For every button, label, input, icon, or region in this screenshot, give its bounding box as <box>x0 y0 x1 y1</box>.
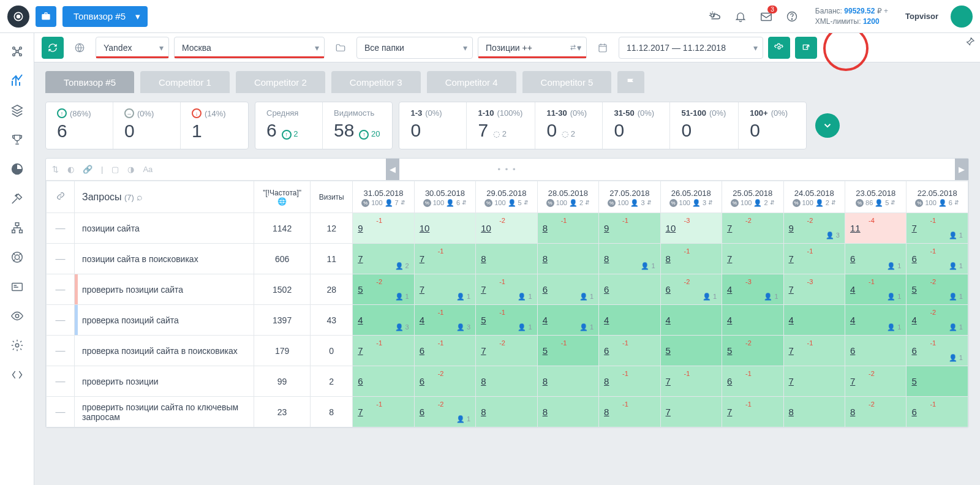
position-cell[interactable]: 7-1 <box>722 397 783 427</box>
position-cell[interactable]: 6 <box>845 336 906 366</box>
nav-card-icon[interactable] <box>4 273 31 300</box>
th-date[interactable]: 24.05.2018%100 👤2 ⇵ <box>783 181 845 213</box>
position-cell[interactable]: 8 <box>476 397 537 427</box>
stat-bucket[interactable]: 51-100 (0%)0 <box>670 102 739 149</box>
position-cell[interactable]: 5 <box>660 336 722 366</box>
position-cell[interactable]: 9-1 <box>599 213 660 244</box>
stat-bucket[interactable]: 11-30 (0%)0 ◌ 2 <box>535 102 603 149</box>
position-cell[interactable]: 6-1 <box>414 336 475 366</box>
stat-bucket[interactable]: 100+ (0%)0 <box>739 102 806 149</box>
position-cell[interactable]: 4 <box>660 305 722 336</box>
position-cell[interactable]: 8-1 <box>660 244 722 274</box>
position-cell[interactable]: 9-2👤 3 <box>783 213 845 244</box>
th-date[interactable]: 25.05.2018%100 👤2 ⇵ <box>722 181 783 213</box>
th-visits[interactable]: Визиты <box>311 181 353 213</box>
position-cell[interactable]: 10 <box>414 213 475 244</box>
position-cell[interactable]: 5 <box>907 366 968 397</box>
position-cell[interactable]: 5-2👤 1 <box>907 274 968 305</box>
tab-main[interactable]: Топвизор #5 <box>45 71 134 93</box>
query-cell[interactable]: проверка позиций сайта в поисковиках <box>75 336 254 366</box>
row-toggle[interactable]: — <box>47 366 75 397</box>
position-cell[interactable]: 7-3 <box>783 274 845 305</box>
mode-dropdown[interactable]: Позиции ++⇄ ▾ <box>478 37 587 59</box>
position-cell[interactable]: 6-1 <box>907 397 968 427</box>
position-cell[interactable]: 6-1👤 1 <box>907 244 968 274</box>
project-dropdown[interactable]: Топвизор #5 <box>62 6 148 27</box>
position-cell[interactable]: 7 <box>660 397 722 427</box>
position-cell[interactable]: 6 <box>599 274 660 305</box>
stat-bucket[interactable]: 1-10 (100%)7 ◌ 2 <box>467 102 535 149</box>
position-cell[interactable]: 6-2👤 1 <box>414 397 475 427</box>
sort-icon[interactable]: ⇅ <box>52 165 59 174</box>
position-cell[interactable]: 7 <box>722 244 783 274</box>
th-queries[interactable]: Запросы (7) ⌕ <box>75 181 254 213</box>
position-cell[interactable]: 7-2 <box>722 213 783 244</box>
position-cell[interactable]: 7 <box>783 366 845 397</box>
position-cell[interactable]: 4-2👤 1 <box>907 305 968 336</box>
th-date[interactable]: 31.05.2018%100 👤7 ⇵ <box>353 181 414 213</box>
nav-positions-icon[interactable] <box>4 67 31 94</box>
position-cell[interactable]: 8-1 <box>599 397 660 427</box>
row-toggle[interactable]: — <box>47 213 75 244</box>
query-cell[interactable]: проверить позиции сайта по ключевым запр… <box>75 397 254 427</box>
position-cell[interactable]: 6👤 1 <box>845 244 906 274</box>
tab-competitor-5[interactable]: Competitor 5 <box>522 71 612 93</box>
th-date[interactable]: 30.05.2018%100 👤6 ⇵ <box>414 181 475 213</box>
position-cell[interactable]: 7👤 2 <box>353 244 414 274</box>
position-cell[interactable]: 7-1 <box>414 244 475 274</box>
position-cell[interactable]: 7-1👤 1 <box>907 213 968 244</box>
position-cell[interactable]: 8 <box>537 366 598 397</box>
position-cell[interactable]: 8-1 <box>599 366 660 397</box>
position-cell[interactable]: 4👤 1 <box>537 305 598 336</box>
nav-gavel-icon[interactable] <box>4 185 31 212</box>
tab-competitor-2[interactable]: Competitor 2 <box>236 71 325 93</box>
weather-icon[interactable] <box>705 7 725 26</box>
stat-avg[interactable]: Средняя6 ↑ 2 <box>255 102 323 149</box>
app-logo[interactable] <box>7 6 29 28</box>
briefcase-button[interactable] <box>36 6 56 27</box>
position-cell[interactable]: 11-4 <box>845 213 906 244</box>
pin-icon[interactable] <box>965 37 975 48</box>
query-cell[interactable]: проверить позиции сайта <box>75 274 254 305</box>
position-cell[interactable]: 7-1👤 1 <box>476 274 537 305</box>
date-range-dropdown[interactable]: 11.12.2017 — 11.12.2018 <box>619 37 763 59</box>
nav-lifebuoy-icon[interactable] <box>4 244 31 271</box>
row-toggle[interactable]: — <box>47 244 75 274</box>
position-cell[interactable]: 4 <box>783 305 845 336</box>
position-cell[interactable]: 6-1 <box>722 366 783 397</box>
position-cell[interactable]: 4-1👤 3 <box>414 305 475 336</box>
th-date[interactable]: 29.05.2018%100 👤5 ⇵ <box>476 181 537 213</box>
position-cell[interactable]: 4 <box>599 305 660 336</box>
position-cell[interactable]: 7-2 <box>476 336 537 366</box>
mail-icon[interactable]: 3 <box>756 7 776 26</box>
toggle-icon[interactable]: ◐ <box>67 165 74 174</box>
avatar[interactable] <box>951 6 973 28</box>
position-cell[interactable]: 5-1👤 1 <box>476 305 537 336</box>
position-cell[interactable]: 8👤 1 <box>599 244 660 274</box>
drag-handle[interactable]: • • • <box>498 165 517 174</box>
nav-eye-icon[interactable] <box>4 303 31 329</box>
stat-bucket[interactable]: 31-50 (0%)0 <box>603 102 670 149</box>
position-cell[interactable]: 8 <box>476 366 537 397</box>
th-date[interactable]: 27.05.2018%100 👤3 ⇵ <box>599 181 660 213</box>
position-cell[interactable]: 7-1 <box>353 336 414 366</box>
position-cell[interactable]: 8 <box>537 244 598 274</box>
tab-competitor-1[interactable]: Competitor 1 <box>140 71 230 93</box>
tab-flag-icon[interactable] <box>617 71 644 93</box>
globe-icon[interactable] <box>69 37 91 59</box>
stat-bucket[interactable]: 1-3 (0%)0 <box>399 102 467 149</box>
position-cell[interactable]: 4👤 1 <box>845 305 906 336</box>
contrast-icon[interactable]: ◑ <box>127 165 134 174</box>
region-dropdown[interactable]: Москва <box>174 37 325 59</box>
position-cell[interactable]: 8-2 <box>845 397 906 427</box>
th-date[interactable]: 26.05.2018%100 👤3 ⇵ <box>660 181 722 213</box>
position-cell[interactable]: 7-1 <box>660 366 722 397</box>
position-cell[interactable]: 5-2 <box>722 336 783 366</box>
th-date[interactable]: 22.05.2018%100 👤6 ⇵ <box>907 181 968 213</box>
user-name[interactable]: Topvisor <box>905 12 938 21</box>
nav-layers-icon[interactable] <box>4 97 31 124</box>
position-cell[interactable]: 10-3 <box>660 213 722 244</box>
stat-movement[interactable]: –(0%)0 <box>113 102 181 149</box>
settings-button[interactable] <box>768 37 790 59</box>
engine-dropdown[interactable]: Yandex <box>96 37 169 59</box>
